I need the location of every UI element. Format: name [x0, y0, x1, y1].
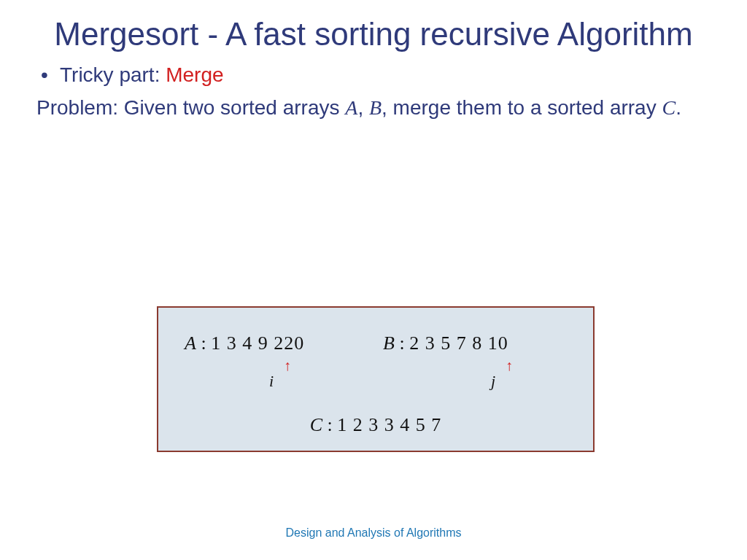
array-B: B : 2 3 5 7 8 10 — [383, 332, 508, 354]
problem-statement: Problem: Given two sorted arrays A, B, m… — [36, 94, 711, 122]
problem-comma: , — [357, 96, 369, 119]
problem-end: . — [676, 96, 681, 119]
var-C: C — [662, 96, 676, 119]
array-C-values: 1 2 3 3 4 5 7 — [337, 414, 441, 435]
problem-text-2: , merge them to a sorted array — [382, 96, 662, 119]
array-C-label: C — [310, 414, 322, 435]
bullet-tricky-part: • Tricky part: Merge — [36, 63, 711, 87]
var-B: B — [369, 96, 382, 119]
array-A-values: 1 3 4 9 220 — [211, 332, 304, 354]
pointer-i: i — [269, 372, 274, 391]
bullet-highlight: Merge — [166, 63, 223, 86]
bullet-dot-icon: • — [36, 63, 60, 87]
arrow-up-icon: ↑ — [506, 357, 513, 374]
problem-text-1: Problem: Given two sorted arrays — [36, 96, 345, 119]
array-C: C : 1 2 3 3 4 5 7 — [158, 414, 593, 436]
merge-diagram: A : 1 3 4 9 220 B : 2 3 5 7 8 10 ↑ i ↑ j… — [157, 306, 595, 452]
footer-text: Design and Analysis of Algorithms — [0, 526, 747, 540]
pointer-j: j — [491, 372, 495, 391]
slide-title: Mergesort - A fast sorting recursive Alg… — [0, 0, 747, 53]
sep-B: : — [395, 332, 409, 354]
sep-A: : — [196, 332, 211, 354]
array-A-label: A — [185, 332, 196, 354]
array-A: A : 1 3 4 9 220 — [185, 332, 304, 354]
var-A: A — [345, 96, 357, 119]
array-B-values: 2 3 5 7 8 10 — [409, 332, 508, 354]
sep-C: : — [322, 414, 337, 435]
arrow-up-icon: ↑ — [284, 357, 291, 374]
bullet-prefix: Tricky part: — [60, 63, 166, 86]
array-B-label: B — [383, 332, 395, 354]
